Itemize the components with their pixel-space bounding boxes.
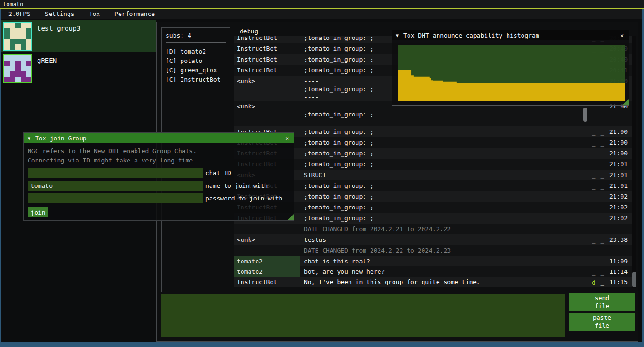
message-status: d _ [590,277,607,287]
table-row[interactable]: InstructBotNo, I've been in this group f… [234,277,632,287]
avatar-pixel [15,61,21,66]
message-text: ;tomato_in_group: ; [300,159,590,170]
password-to-join-with-input[interactable] [28,193,203,203]
message-status: _ _ [590,159,607,170]
member-list-item: [C] InstructBot [166,75,226,85]
join-field-label: chat ID [205,168,231,178]
join-group-window-titlebar[interactable]: ▼ Tox join Group ✕ [24,133,294,143]
join-group-window-title: Tox join Group [35,135,284,142]
avatar-pixel [10,28,15,34]
send-file-button[interactable]: send file [569,293,635,311]
histogram-window-titlebar[interactable]: ▼ Tox DHT announce capability histogram … [392,30,629,40]
avatar-pixel [21,61,26,66]
message-timestamp: 21:01 [607,159,632,170]
histogram-window: ▼ Tox DHT announce capability histogram … [392,30,629,106]
chat-ID-input[interactable] [28,168,203,178]
message-sender: tomato2 [234,256,300,266]
join-note-line1: NGC refers to the New DHT enabled Group … [28,147,290,156]
message-timestamp: 21:02 [607,202,632,213]
message-timestamp: 21:02 [607,213,632,224]
message-sender [234,224,300,234]
message-text: chat is this real? [300,256,590,266]
resize-grip[interactable] [622,99,629,105]
avatar-pixel [15,44,21,50]
join-field-row: chat ID [28,168,290,178]
avatar-pixel [26,55,31,61]
avatar-pixel [21,66,26,71]
message-sender: InstructBot [234,65,300,76]
avatar-pixel [26,39,31,45]
avatar-pixel [10,66,15,71]
os-titlebar[interactable]: tomato [0,0,644,9]
chat-scrollbar-thumb[interactable] [632,272,636,287]
avatar-pixel [26,77,31,82]
avatar-pixel [21,33,26,39]
message-timestamp: 11:15 [607,277,632,287]
collapse-arrow-icon[interactable]: ▼ [28,136,30,141]
message-sender: InstructBot [234,277,300,287]
avatar-pixel [15,66,21,71]
paste-file-button[interactable]: paste file [569,313,635,331]
message-timestamp: 21:02 [607,191,632,202]
message-status: _ _ [590,213,607,224]
window-frame-right [642,8,644,347]
join-field-label: name to join with [205,181,268,191]
inner-scrollbar-thumb[interactable] [583,108,587,122]
close-icon[interactable]: ✕ [619,32,625,39]
message-text: ;tomato_in_group: ; [300,137,590,148]
table-row[interactable]: DATE CHANGED from 2024.2.21 to 2024.2.22 [234,224,632,234]
message-sender: InstructBot [234,54,300,65]
message-sender: InstructBot [234,36,300,43]
message-timestamp: 11:09 [607,256,632,266]
table-row[interactable]: <unk>testus_ _23:38 [234,234,632,245]
app-root: tomato 2.0FPSSettingsToxPerformance test… [0,0,644,347]
message-status: _ _ [590,234,607,245]
message-text: testus [300,234,590,245]
avatar-pixel [10,33,15,39]
message-text: ;tomato_in_group: ; [300,213,590,224]
avatar-pixel [4,39,10,45]
message-status: _ _ [590,191,607,202]
histogram-window-title: Tox DHT announce capability histogram [403,32,619,39]
name-to-join-with-input[interactable] [28,181,203,191]
menu-item-2-0fps[interactable]: 2.0FPS [1,9,38,19]
message-timestamp: 23:38 [607,234,632,245]
member-list-item: [D] tomato2 [166,47,226,56]
join-button[interactable]: join [28,207,48,217]
collapse-arrow-icon[interactable]: ▼ [396,33,399,38]
sidebar-item-gREEN[interactable]: gREEN [1,53,156,85]
message-timestamp: 21:00 [607,137,632,148]
tab-debug[interactable]: debug [240,28,258,35]
message-timestamp [607,245,632,256]
avatar-pixel [21,44,26,50]
avatar-pixel [10,23,15,28]
message-sender: InstructBot [234,43,300,54]
menu-item-performance[interactable]: Performance [107,9,162,19]
message-timestamp: 11:14 [607,266,632,277]
message-text: ;tomato_in_group: ; [300,126,590,137]
menu-item-settings[interactable]: Settings [38,9,82,19]
table-row[interactable]: tomato2chat is this real?_ _11:09 [234,256,632,266]
close-icon[interactable]: ✕ [284,135,290,142]
message-input[interactable] [161,294,565,337]
member-list: [D] tomato2[C] potato[C] green_qtox[C] I… [166,47,226,85]
menu-item-tox[interactable]: Tox [82,9,107,19]
avatar-pixel [10,55,15,61]
avatar-pixel [4,28,10,34]
avatar-pixel [26,23,31,28]
chat-scrollbar-track[interactable] [632,36,636,288]
sidebar-item-test_group3[interactable]: test_group3 [1,20,156,52]
resize-grip[interactable] [288,214,294,220]
table-row[interactable]: DATE CHANGED from 2024.2.22 to 2024.2.23 [234,245,632,256]
avatar-pixel [15,28,21,34]
avatar-pixel [10,61,15,66]
message-timestamp: 21:00 [607,126,632,137]
avatar-pixel [4,23,10,28]
message-sender: <unk> [234,101,300,126]
join-note-line2: Connecting via ID might take a very long… [28,156,290,165]
message-text: ;tomato_in_group: ; [300,148,590,159]
table-row[interactable]: tomato2bot, are you new here?_ _11:14 [234,266,632,277]
avatar-pixel [26,28,31,34]
message-text: bot, are you new here? [300,266,590,277]
avatar-pixel [4,44,10,50]
